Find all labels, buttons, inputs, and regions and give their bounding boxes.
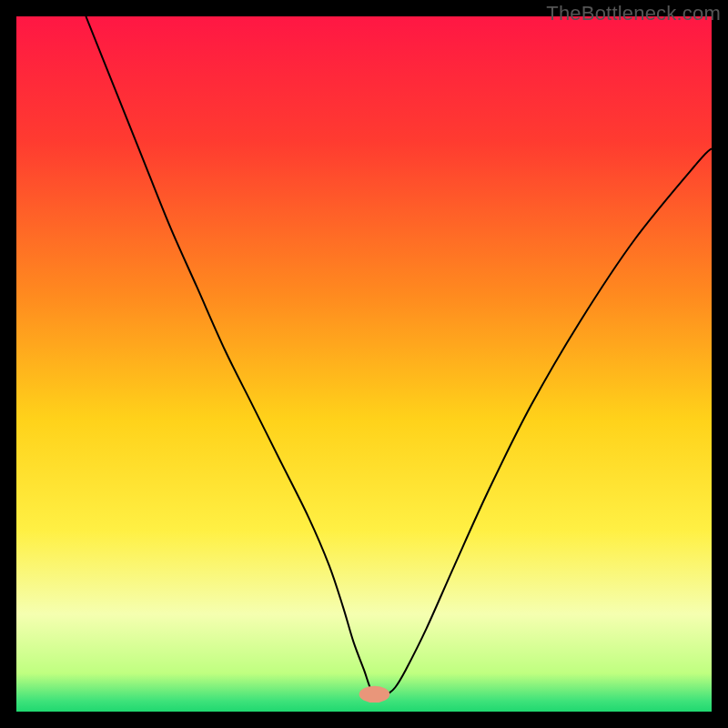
bottleneck-chart: TheBottleneck.com [0, 0, 728, 728]
watermark-text: TheBottleneck.com [546, 2, 721, 25]
optimal-marker [359, 686, 390, 703]
plot-svg [16, 16, 712, 712]
gradient-background [16, 16, 712, 712]
